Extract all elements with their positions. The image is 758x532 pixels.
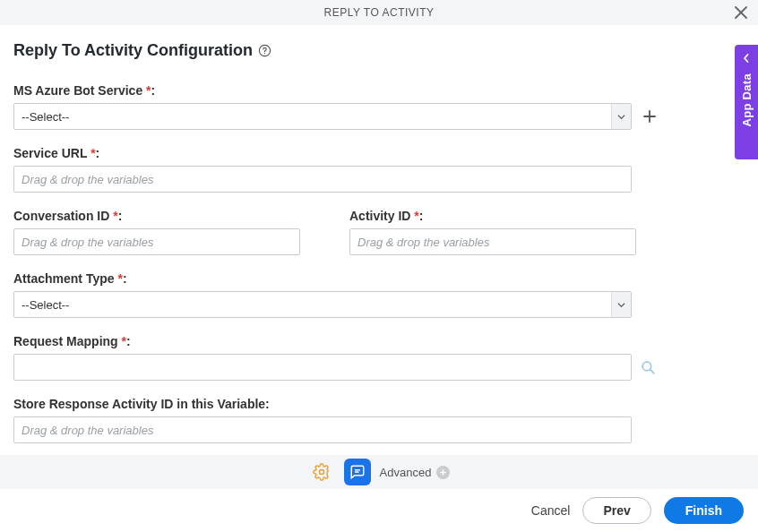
mapping-browse-icon[interactable] <box>641 360 656 375</box>
label-attachment-type: Attachment Type *: <box>13 271 745 286</box>
add-service-button[interactable] <box>637 104 662 129</box>
field-activity-id: Activity ID *: <box>349 209 636 255</box>
label-conversation-id: Conversation ID *: <box>13 209 349 223</box>
page-title: Reply To Activity Configuration <box>13 41 253 60</box>
select-attachment-type[interactable]: --Select-- <box>13 291 632 318</box>
close-icon[interactable] <box>735 6 747 19</box>
finish-button[interactable]: Finish <box>664 497 744 524</box>
settings-gear-button[interactable] <box>308 459 335 485</box>
page-title-row: Reply To Activity Configuration <box>0 25 758 67</box>
field-store-response: Store Response Activity ID in this Varia… <box>13 397 745 443</box>
label-request-mapping: Request Mapping *: <box>13 334 745 348</box>
dialog-footer: Cancel Prev Finish <box>0 489 758 532</box>
comment-button[interactable] <box>344 459 371 485</box>
cancel-button[interactable]: Cancel <box>531 503 571 518</box>
dialog-header: REPLY TO ACTIVITY <box>0 0 758 25</box>
input-conversation-id[interactable] <box>13 228 300 255</box>
plus-circle-icon <box>436 466 450 479</box>
sidebar-app-data-label: App Data <box>740 73 754 126</box>
advanced-toggle[interactable]: Advanced <box>380 466 451 479</box>
help-icon[interactable] <box>258 44 271 57</box>
dialog-title: REPLY TO ACTIVITY <box>324 6 435 19</box>
field-attachment-type: Attachment Type *: --Select-- <box>13 271 745 318</box>
select-attachment-type-value: --Select-- <box>22 298 69 312</box>
select-azure-bot-value: --Select-- <box>22 110 69 124</box>
advanced-label: Advanced <box>380 466 432 479</box>
svg-line-7 <box>650 369 654 373</box>
input-service-url[interactable] <box>13 166 632 193</box>
bottom-toolbar: Advanced <box>0 455 758 489</box>
label-azure-bot: MS Azure Bot Service *: <box>13 83 745 98</box>
label-activity-id: Activity ID *: <box>349 209 636 223</box>
svg-point-3 <box>264 53 265 54</box>
form-area: MS Azure Bot Service *: --Select-- Servi… <box>0 83 758 457</box>
field-request-mapping: Request Mapping *: <box>13 334 745 381</box>
sidebar-app-data-tab[interactable]: App Data <box>735 45 758 159</box>
field-service-url: Service URL *: <box>13 146 745 193</box>
caret-down-icon <box>611 292 631 317</box>
input-request-mapping[interactable] <box>13 354 632 381</box>
label-store-response: Store Response Activity ID in this Varia… <box>13 397 745 411</box>
prev-button[interactable]: Prev <box>582 497 650 524</box>
input-store-response[interactable] <box>13 416 632 443</box>
field-azure-bot: MS Azure Bot Service *: --Select-- <box>13 83 745 130</box>
input-activity-id[interactable] <box>349 228 636 255</box>
svg-point-8 <box>319 470 323 475</box>
caret-down-icon <box>611 104 631 129</box>
chevron-left-icon <box>742 54 751 63</box>
field-conversation-id: Conversation ID *: <box>13 209 349 255</box>
select-azure-bot[interactable]: --Select-- <box>13 103 632 130</box>
label-service-url: Service URL *: <box>13 146 745 160</box>
